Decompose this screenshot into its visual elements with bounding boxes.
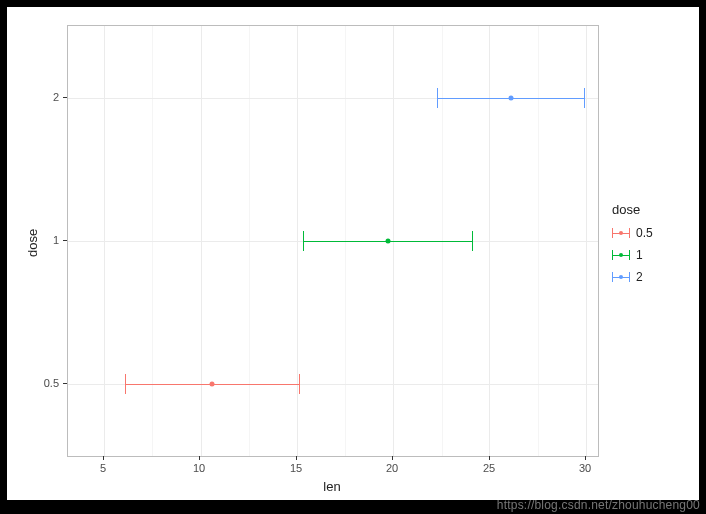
legend-label: 1 [636, 248, 643, 262]
legend-key-icon [612, 224, 630, 242]
y-tick-label: 0.5 [29, 377, 59, 389]
errorbar-cap-1-high [472, 231, 473, 251]
errorbar-cap-2-low [437, 88, 438, 108]
plot-panel [67, 25, 599, 457]
watermark: https://blog.csdn.net/zhouhucheng00 [497, 498, 700, 512]
x-tick-label: 15 [290, 462, 302, 474]
errorbar-cap-1-low [303, 231, 304, 251]
point-1 [385, 239, 390, 244]
y-axis-title: dose [25, 229, 40, 257]
errorbar-cap-0.5-high [299, 374, 300, 394]
point-2 [508, 95, 513, 100]
legend-item: 1 [612, 245, 653, 265]
errorbar-cap-0.5-low [125, 374, 126, 394]
x-tick-label: 20 [386, 462, 398, 474]
legend-label: 2 [636, 270, 643, 284]
legend-key-icon [612, 268, 630, 286]
legend: dose 0.5 1 2 [612, 202, 653, 289]
legend-key-icon [612, 246, 630, 264]
point-0.5 [210, 382, 215, 387]
x-tick-label: 5 [100, 462, 106, 474]
legend-item: 2 [612, 267, 653, 287]
x-tick-label: 10 [193, 462, 205, 474]
x-tick-label: 25 [483, 462, 495, 474]
legend-item: 0.5 [612, 223, 653, 243]
plot-frame: 5 10 15 20 25 30 0.5 1 2 len dose dose 0… [7, 7, 699, 500]
y-tick-label: 2 [29, 91, 59, 103]
legend-label: 0.5 [636, 226, 653, 240]
x-tick-label: 30 [579, 462, 591, 474]
x-axis-title: len [67, 479, 597, 494]
legend-title: dose [612, 202, 653, 217]
errorbar-cap-2-high [584, 88, 585, 108]
